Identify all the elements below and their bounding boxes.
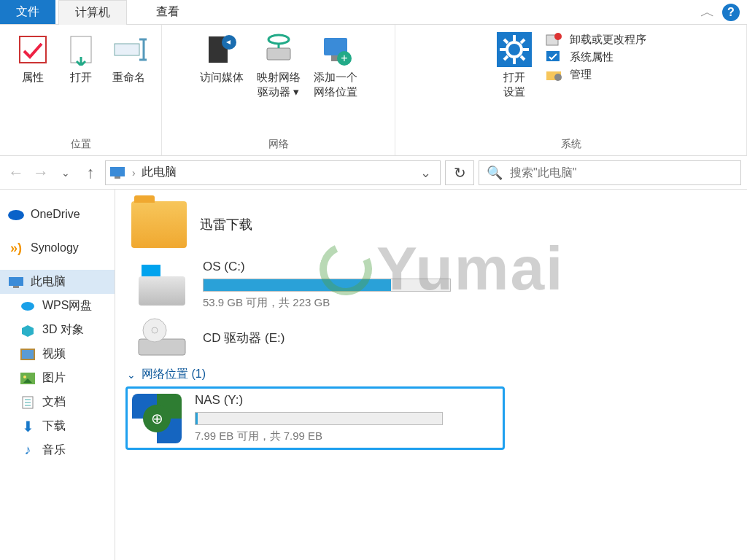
drive-nas-label: NAS (Y:)	[195, 393, 472, 408]
svg-point-26	[554, 33, 562, 40]
ribbon-group-system-label: 系统	[561, 135, 581, 154]
system-properties-button[interactable]: 系统属性	[543, 50, 646, 64]
sidebar-item-3d-objects[interactable]: 3D 对象	[0, 318, 115, 342]
sidebar-item-music[interactable]: ♪ 音乐	[0, 438, 115, 462]
ribbon-group-network-label: 网络	[268, 135, 289, 154]
drive-icon	[134, 265, 190, 306]
rename-button[interactable]: 重命名	[106, 29, 152, 135]
svg-point-35	[21, 302, 34, 311]
breadcrumb-sep: ›	[132, 167, 136, 179]
svg-rect-0	[20, 36, 46, 63]
back-button[interactable]: ←	[6, 163, 26, 183]
svg-rect-31	[115, 176, 120, 179]
manage-icon	[543, 67, 564, 82]
section-network-locations[interactable]: ⌄ 网络位置 (1)	[127, 367, 737, 382]
content-pane: Yumai 迅雷下载 OS (C:) 53.9 GB 可用，共 223 GB C…	[115, 190, 747, 560]
drive-c-usage-bar	[203, 279, 451, 292]
this-pc-icon	[7, 275, 25, 289]
folder-xunlei[interactable]: 迅雷下载	[125, 197, 737, 252]
up-button[interactable]: ↑	[80, 163, 101, 183]
drive-nas-selected[interactable]: ⊕ NAS (Y:) 7.99 EB 可用，共 7.99 EB	[125, 386, 505, 450]
drive-nas-details: 7.99 EB 可用，共 7.99 EB	[195, 429, 472, 443]
sidebar-item-pictures[interactable]: 图片	[0, 366, 115, 390]
uninstall-icon	[543, 32, 564, 47]
cd-drive-icon	[134, 317, 190, 358]
drive-c-details: 53.9 GB 可用，共 223 GB	[203, 296, 480, 310]
drive-cd-label: CD 驱动器 (E:)	[203, 330, 480, 346]
network-drive-icon: ⊕	[132, 394, 182, 443]
synology-icon: »)	[7, 241, 25, 255]
navigation-bar: ← → ⌄ ↑ › 此电脑 ⌄ ↻ 🔍	[0, 156, 747, 190]
access-media-button[interactable]: 访问媒体	[194, 29, 249, 135]
documents-icon	[19, 395, 36, 410]
address-dropdown-icon[interactable]: ⌄	[414, 165, 437, 181]
svg-text:+: +	[341, 52, 347, 64]
cube-icon	[19, 323, 36, 338]
help-icon[interactable]: ?	[722, 4, 740, 21]
tab-file[interactable]: 文件	[0, 0, 55, 24]
svg-rect-8	[267, 48, 290, 60]
svg-point-32	[8, 210, 24, 220]
breadcrumb-this-pc[interactable]: 此电脑	[142, 165, 177, 180]
open-button[interactable]: 打开	[58, 29, 104, 135]
dropdown-arrow-icon: ▾	[293, 85, 299, 98]
sidebar-item-wps[interactable]: WPS网盘	[0, 294, 115, 318]
videos-icon	[19, 347, 36, 362]
svg-point-29	[554, 74, 562, 81]
sidebar-item-this-pc[interactable]: 此电脑	[0, 270, 115, 294]
uninstall-programs-button[interactable]: 卸载或更改程序	[543, 32, 646, 47]
svg-rect-30	[110, 167, 125, 176]
sidebar-item-onedrive[interactable]: OneDrive	[0, 203, 115, 226]
svg-point-48	[152, 327, 158, 333]
svg-rect-2	[115, 44, 139, 55]
folder-icon	[131, 201, 187, 248]
ribbon-tabs: 文件 计算机 查看 ︿ ?	[0, 0, 747, 25]
tab-computer[interactable]: 计算机	[58, 0, 127, 25]
ribbon-group-location-label: 位置	[71, 135, 91, 154]
pictures-icon	[19, 371, 36, 386]
this-pc-icon	[109, 166, 126, 180]
map-network-drive-button[interactable]: 映射网络 驱动器 ▾	[251, 29, 306, 135]
system-properties-icon	[543, 50, 564, 64]
svg-marker-36	[22, 325, 34, 337]
open-settings-button[interactable]: 打开 设置	[491, 29, 538, 135]
onedrive-icon	[7, 207, 25, 222]
forward-button[interactable]: →	[31, 163, 51, 183]
properties-button[interactable]: 属性	[9, 29, 56, 135]
sidebar-item-downloads[interactable]: ⬇ 下载	[0, 414, 115, 438]
sidebar-item-documents[interactable]: 文档	[0, 390, 115, 414]
manage-button[interactable]: 管理	[543, 67, 646, 82]
music-icon: ♪	[19, 443, 36, 458]
tab-view[interactable]: 查看	[140, 0, 196, 24]
drive-cd[interactable]: CD 驱动器 (E:)	[134, 317, 737, 358]
ribbon: 属性 打开 重命名 位置 访问媒体 映射网络 驱动器 ▾ +	[0, 25, 747, 156]
svg-rect-27	[546, 51, 560, 61]
search-icon: 🔍	[487, 165, 503, 181]
chevron-down-icon: ⌄	[127, 369, 136, 381]
svg-rect-38	[22, 350, 34, 359]
search-box[interactable]: 🔍	[479, 160, 741, 185]
svg-rect-46	[139, 339, 185, 355]
refresh-button[interactable]: ↻	[445, 160, 474, 185]
downloads-icon: ⬇	[19, 419, 36, 434]
sidebar-item-synology[interactable]: ») Synology	[0, 236, 115, 260]
svg-rect-34	[13, 286, 19, 288]
recent-dropdown[interactable]: ⌄	[55, 163, 76, 183]
drive-c[interactable]: OS (C:) 53.9 GB 可用，共 223 GB	[134, 260, 737, 310]
add-network-location-button[interactable]: + 添加一个 网络位置	[308, 29, 363, 135]
svg-point-40	[23, 376, 26, 378]
sidebar-item-videos[interactable]: 视频	[0, 342, 115, 366]
drive-nas-usage-bar	[195, 412, 443, 425]
nav-tree: OneDrive ») Synology 此电脑 WPS网盘 3D 对象 视频 …	[0, 190, 115, 560]
drive-c-label: OS (C:)	[203, 260, 480, 274]
svg-point-9	[268, 35, 289, 44]
search-input[interactable]	[510, 166, 733, 179]
address-bar[interactable]: › 此电脑 ⌄	[105, 160, 441, 185]
wps-icon	[19, 299, 36, 314]
svg-rect-33	[9, 277, 23, 286]
collapse-ribbon-icon[interactable]: ︿	[700, 2, 715, 22]
